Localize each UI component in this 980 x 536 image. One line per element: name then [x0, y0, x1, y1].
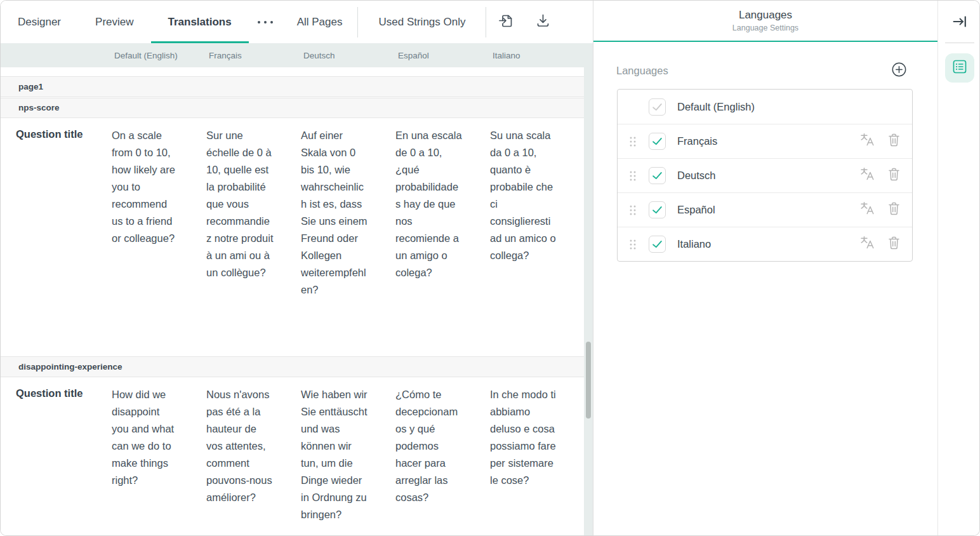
language-row-default: Default (English)	[618, 90, 912, 124]
drag-handle-icon[interactable]	[629, 204, 637, 216]
language-name: Italiano	[677, 238, 858, 250]
language-checkbox-deutsch[interactable]	[649, 167, 666, 184]
app-window: Designer Preview Translations All Pages …	[0, 0, 980, 536]
trash-icon	[887, 166, 901, 185]
auto-translate-button[interactable]	[858, 236, 876, 253]
auto-translate-button[interactable]	[858, 201, 876, 219]
toolbar-divider	[945, 43, 974, 43]
language-checkbox-espanol[interactable]	[649, 201, 666, 218]
language-row-espanol: Español	[618, 192, 912, 227]
add-language-button[interactable]	[890, 62, 908, 79]
language-checkbox-francais[interactable]	[649, 133, 666, 150]
translation-cell-italiano[interactable]: Su una scala da 0 a 10, quanto è probabi…	[484, 118, 578, 264]
panel-header: Languages Language Settings	[593, 1, 937, 42]
auto-translate-icon	[859, 201, 875, 219]
tab-designer[interactable]: Designer	[1, 1, 78, 43]
auto-translate-button[interactable]	[858, 133, 876, 151]
delete-language-button[interactable]	[885, 236, 903, 253]
column-header-default: Default (English)	[105, 51, 200, 60]
auto-translate-icon	[859, 132, 875, 151]
language-row-deutsch: Deutsch	[618, 158, 912, 192]
language-row-francais: Français	[618, 124, 912, 158]
language-row-italiano: Italiano	[618, 227, 912, 261]
auto-translate-button[interactable]	[858, 167, 876, 185]
collapse-panel-icon	[951, 13, 968, 32]
table-row: Question title How did we disappoint you…	[1, 377, 584, 523]
auto-translate-icon	[859, 235, 875, 253]
download-icon	[534, 11, 552, 32]
trash-icon	[887, 235, 901, 253]
translation-cell-default[interactable]: How did we disappoint you and what can w…	[105, 377, 200, 489]
language-name: Default (English)	[677, 101, 903, 113]
column-header-deutsch: Deutsch	[295, 51, 389, 60]
tab-bar: Designer Preview Translations All Pages …	[1, 1, 593, 43]
language-name: Deutsch	[677, 170, 858, 182]
scrollbar-thumb[interactable]	[586, 342, 591, 419]
side-toolbar	[937, 1, 980, 536]
translation-cell-espanol[interactable]: En una escala de 0 a 10, ¿qué probabilid…	[389, 118, 484, 281]
collapse-panel-button[interactable]	[949, 12, 970, 34]
group-row-page1[interactable]: page1	[1, 76, 584, 97]
drag-handle-icon[interactable]	[629, 239, 637, 250]
translation-cell-espanol[interactable]: ¿Cómo te decepcionamos y qué podemos hac…	[389, 377, 484, 506]
group-row-disappointing-experience[interactable]: disappointing-experience	[1, 356, 584, 377]
tab-preview[interactable]: Preview	[78, 1, 150, 43]
translation-cell-francais[interactable]: Nous n'avons pas été a la hauteur de vos…	[200, 377, 295, 506]
language-name: Français	[677, 135, 858, 147]
translation-cell-deutsch[interactable]: Auf einer Skala von 0 bis 10, wie wahrsc…	[295, 118, 389, 298]
vertical-scrollbar[interactable]	[584, 67, 593, 536]
translation-table: page1 nps-score Question title On a scal…	[1, 67, 584, 536]
row-label: Question title	[1, 377, 105, 399]
toolbar-separator	[357, 7, 358, 37]
property-grid-tool-button[interactable]	[945, 53, 974, 83]
property-grid-icon	[951, 58, 968, 77]
drag-handle-icon[interactable]	[629, 170, 637, 182]
column-header-italiano: Italiano	[484, 51, 578, 60]
plus-circle-icon	[891, 62, 907, 80]
translation-cell-default[interactable]: On a scale from 0 to 10, how likely are …	[105, 118, 200, 247]
translation-cell-italiano[interactable]: In che modo ti abbiamo deluso e cosa pos…	[484, 377, 578, 489]
toolbar-separator	[486, 7, 486, 37]
translation-cell-francais[interactable]: Sur une échelle de 0 à 10, quelle est la…	[200, 118, 295, 281]
table-row: Question title On a scale from 0 to 10, …	[1, 118, 584, 356]
translation-table-header: Default (English) Français Deutsch Españ…	[1, 43, 593, 67]
auto-translate-icon	[859, 166, 875, 185]
languages-section-title: Languages	[616, 65, 668, 77]
panel-subtitle: Language Settings	[593, 23, 937, 32]
export-translations-button[interactable]	[528, 8, 557, 37]
tab-translations[interactable]: Translations	[151, 1, 249, 43]
language-name: Español	[677, 204, 858, 216]
column-header-espanol: Español	[389, 51, 484, 60]
import-translations-button[interactable]	[491, 8, 520, 37]
row-label: Question title	[1, 118, 105, 140]
language-checkbox-italiano[interactable]	[649, 236, 666, 253]
language-checkbox-default	[649, 98, 666, 116]
trash-icon	[887, 132, 901, 151]
column-header-francais: Français	[200, 51, 295, 60]
toggle-all-pages[interactable]: All Pages	[283, 1, 357, 43]
import-document-icon	[497, 11, 515, 32]
toggle-used-strings-only[interactable]: Used Strings Only	[359, 1, 484, 43]
group-row-nps-score[interactable]: nps-score	[1, 97, 584, 118]
trash-icon	[887, 201, 901, 219]
language-settings-panel: Languages Language Settings Languages	[593, 1, 937, 536]
ellipsis-icon[interactable]	[255, 17, 275, 27]
panel-title: Languages	[593, 9, 937, 22]
delete-language-button[interactable]	[885, 167, 903, 185]
languages-section-header: Languages	[616, 62, 908, 79]
drag-handle-icon[interactable]	[629, 136, 637, 147]
delete-language-button[interactable]	[885, 133, 903, 151]
delete-language-button[interactable]	[885, 201, 903, 219]
translation-cell-deutsch[interactable]: Wie haben wir Sie enttäuscht und was kön…	[295, 377, 389, 523]
languages-list: Default (English) Français	[617, 89, 913, 262]
